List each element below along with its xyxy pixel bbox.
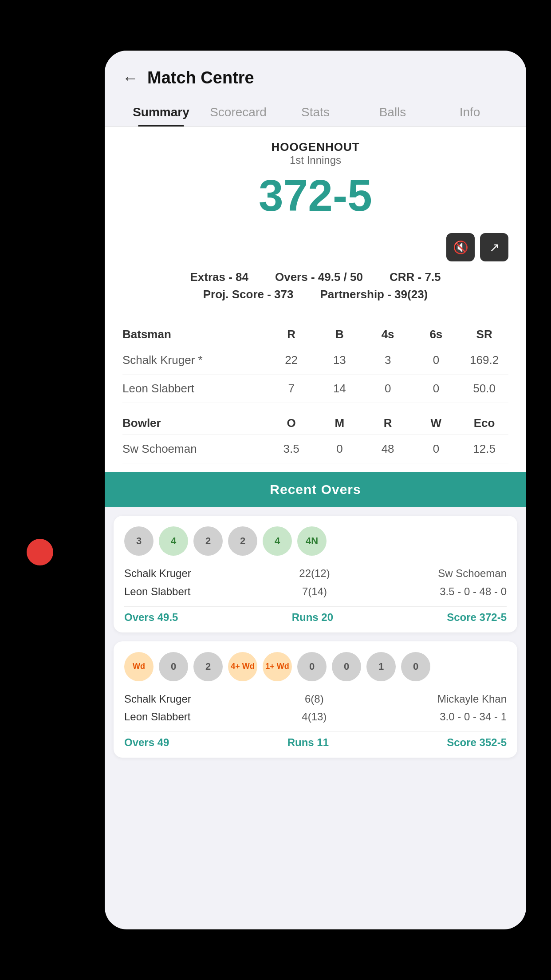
batting-col-batsman: Batsman bbox=[122, 328, 267, 341]
batsman-b-1: 13 bbox=[315, 353, 364, 367]
ball: 4 bbox=[263, 526, 292, 556]
phone-card: ← Match Centre Summary Scorecard Stats B… bbox=[105, 51, 526, 929]
ball: Wd bbox=[124, 652, 153, 681]
ball: 2 bbox=[228, 526, 257, 556]
tab-summary[interactable]: Summary bbox=[122, 96, 200, 126]
over-players: Schalk KrugerLeon Slabbert6(8)4(13)Micka… bbox=[124, 690, 507, 727]
over-score: Score 372-5 bbox=[447, 611, 507, 624]
bowling-col-eco: Eco bbox=[460, 416, 508, 430]
main-score: 372-5 bbox=[122, 171, 508, 220]
bowling-col-o: O bbox=[267, 416, 315, 430]
batting-table: Batsman R B 4s 6s SR Schalk Kruger * 22 … bbox=[105, 314, 526, 412]
bowling-col-m: M bbox=[315, 416, 364, 430]
over-bowler-info: Mickayle Khan3.0 - 0 - 34 - 1 bbox=[437, 690, 507, 727]
ball: 3 bbox=[124, 526, 153, 556]
over-runs: Runs 20 bbox=[292, 611, 333, 624]
bowler-w-1: 0 bbox=[412, 442, 460, 456]
over-summary-row: Overs 49Runs 11Score 352-5 bbox=[124, 731, 507, 749]
mute-button[interactable]: 🔇 bbox=[446, 233, 475, 261]
batsman-4s-1: 3 bbox=[364, 353, 412, 367]
tab-scorecard[interactable]: Scorecard bbox=[200, 96, 277, 126]
batsman-r-2: 7 bbox=[267, 382, 315, 395]
over-batsmen-info: Schalk KrugerLeon Slabbert bbox=[124, 690, 191, 727]
over-overs: Overs 49.5 bbox=[124, 611, 178, 624]
action-buttons: 🔇 ↗ bbox=[105, 229, 526, 266]
batting-col-6s: 6s bbox=[412, 328, 460, 341]
ball: 0 bbox=[297, 652, 327, 681]
bowling-col-w: W bbox=[412, 416, 460, 430]
batting-row: Schalk Kruger * 22 13 3 0 169.2 bbox=[122, 346, 508, 375]
ball: 0 bbox=[332, 652, 361, 681]
over-batsmen-info: Schalk KrugerLeon Slabbert bbox=[124, 565, 191, 601]
bowling-col-r: R bbox=[364, 416, 412, 430]
over-card-2: Wd024+ Wd1+ Wd0010Schalk KrugerLeon Slab… bbox=[114, 641, 517, 758]
bowler-m-1: 0 bbox=[315, 442, 364, 456]
extras-info: Extras - 84 bbox=[190, 270, 248, 284]
batting-col-4s: 4s bbox=[364, 328, 412, 341]
batsman-name-1: Schalk Kruger * bbox=[122, 353, 267, 367]
ball: 0 bbox=[159, 652, 188, 681]
overs-info: Overs - 49.5 / 50 bbox=[275, 270, 363, 284]
innings-label: 1st Innings bbox=[122, 154, 508, 166]
batsman-sr-2: 50.0 bbox=[460, 382, 508, 395]
tab-bar: Summary Scorecard Stats Balls Info bbox=[105, 87, 526, 127]
recent-overs-title: Recent Overs bbox=[270, 482, 361, 497]
ball: 2 bbox=[193, 526, 223, 556]
ball: 4 bbox=[159, 526, 188, 556]
batsman-6s-1: 0 bbox=[412, 353, 460, 367]
back-button[interactable]: ← bbox=[122, 69, 138, 87]
bowler-r-1: 48 bbox=[364, 442, 412, 456]
batsman-6s-2: 0 bbox=[412, 382, 460, 395]
bowling-table: Bowler O M R W Eco Sw Schoeman 3.5 0 48 … bbox=[105, 412, 526, 472]
over-bowler-info: Sw Schoeman3.5 - 0 - 48 - 0 bbox=[438, 565, 507, 601]
team-name: HOOGENHOUT bbox=[122, 140, 508, 154]
balls-row: Wd024+ Wd1+ Wd0010 bbox=[124, 652, 507, 681]
ball: 0 bbox=[401, 652, 430, 681]
over-summary-row: Overs 49.5Runs 20Score 372-5 bbox=[124, 606, 507, 624]
ball: 4+ Wd bbox=[228, 652, 257, 681]
batsman-r-1: 22 bbox=[267, 353, 315, 367]
over-players: Schalk KrugerLeon Slabbert22(12)7(14)Sw … bbox=[124, 565, 507, 601]
ball: 1+ Wd bbox=[263, 652, 292, 681]
tab-balls[interactable]: Balls bbox=[354, 96, 431, 126]
batting-col-r: R bbox=[267, 328, 315, 341]
over-runs: Runs 11 bbox=[287, 736, 329, 749]
share-button[interactable]: ↗ bbox=[480, 233, 508, 261]
batsman-b-2: 14 bbox=[315, 382, 364, 395]
ball: 1 bbox=[366, 652, 396, 681]
tab-stats[interactable]: Stats bbox=[277, 96, 354, 126]
bowler-o-1: 3.5 bbox=[267, 442, 315, 456]
bowler-name-1: Sw Schoeman bbox=[122, 442, 267, 456]
balls-row: 342244N bbox=[124, 526, 507, 556]
crr-info: CRR - 7.5 bbox=[390, 270, 441, 284]
partnership-info: Partnership - 39(23) bbox=[320, 288, 428, 301]
batsman-4s-2: 0 bbox=[364, 382, 412, 395]
over-card-1: 342244NSchalk KrugerLeon Slabbert22(12)7… bbox=[114, 516, 517, 632]
live-dot bbox=[27, 539, 53, 565]
score-section: HOOGENHOUT 1st Innings 372-5 bbox=[105, 127, 526, 229]
proj-score-info: Proj. Score - 373 bbox=[203, 288, 294, 301]
match-info: Extras - 84 Overs - 49.5 / 50 CRR - 7.5 … bbox=[105, 266, 526, 314]
ball: 2 bbox=[193, 652, 223, 681]
batsman-name-2: Leon Slabbert bbox=[122, 382, 267, 395]
over-batsmen-scores: 6(8)4(13) bbox=[302, 690, 327, 727]
page-title: Match Centre bbox=[147, 68, 254, 87]
bowling-col-bowler: Bowler bbox=[122, 416, 267, 430]
bowler-eco-1: 12.5 bbox=[460, 442, 508, 456]
tab-info[interactable]: Info bbox=[431, 96, 508, 126]
recent-overs-header: Recent Overs bbox=[105, 472, 526, 507]
batsman-sr-1: 169.2 bbox=[460, 353, 508, 367]
ball: 4N bbox=[297, 526, 327, 556]
over-batsmen-scores: 22(12)7(14) bbox=[299, 565, 330, 601]
over-score: Score 352-5 bbox=[447, 736, 507, 749]
batting-row: Leon Slabbert 7 14 0 0 50.0 bbox=[122, 375, 508, 403]
batting-col-b: B bbox=[315, 328, 364, 341]
header: ← Match Centre bbox=[105, 51, 526, 87]
batting-col-sr: SR bbox=[460, 328, 508, 341]
over-overs: Overs 49 bbox=[124, 736, 169, 749]
bowling-row: Sw Schoeman 3.5 0 48 0 12.5 bbox=[122, 435, 508, 463]
